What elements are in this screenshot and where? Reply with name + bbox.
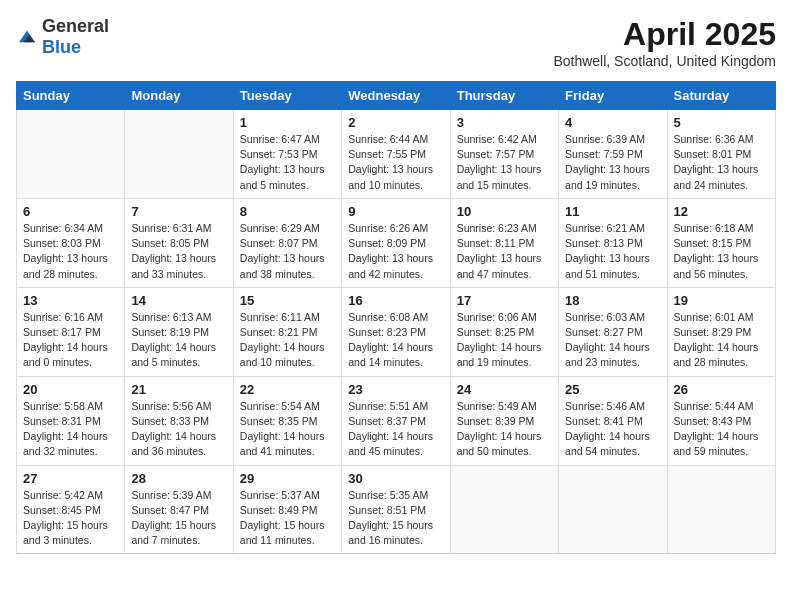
calendar-cell: 7Sunrise: 6:31 AM Sunset: 8:05 PM Daylig… <box>125 198 233 287</box>
calendar-cell: 30Sunrise: 5:35 AM Sunset: 8:51 PM Dayli… <box>342 465 450 554</box>
day-number: 13 <box>23 293 118 308</box>
calendar-cell: 15Sunrise: 6:11 AM Sunset: 8:21 PM Dayli… <box>233 287 341 376</box>
calendar-cell: 28Sunrise: 5:39 AM Sunset: 8:47 PM Dayli… <box>125 465 233 554</box>
day-number: 3 <box>457 115 552 130</box>
day-info: Sunrise: 6:13 AM Sunset: 8:19 PM Dayligh… <box>131 310 226 371</box>
calendar-cell: 13Sunrise: 6:16 AM Sunset: 8:17 PM Dayli… <box>17 287 125 376</box>
day-number: 22 <box>240 382 335 397</box>
day-info: Sunrise: 6:44 AM Sunset: 7:55 PM Dayligh… <box>348 132 443 193</box>
calendar-cell <box>667 465 775 554</box>
location: Bothwell, Scotland, United Kingdom <box>553 53 776 69</box>
day-info: Sunrise: 5:39 AM Sunset: 8:47 PM Dayligh… <box>131 488 226 549</box>
weekday-header-saturday: Saturday <box>667 82 775 110</box>
day-info: Sunrise: 6:16 AM Sunset: 8:17 PM Dayligh… <box>23 310 118 371</box>
day-number: 29 <box>240 471 335 486</box>
day-info: Sunrise: 6:18 AM Sunset: 8:15 PM Dayligh… <box>674 221 769 282</box>
day-number: 9 <box>348 204 443 219</box>
calendar-cell: 3Sunrise: 6:42 AM Sunset: 7:57 PM Daylig… <box>450 110 558 199</box>
calendar-week-row: 13Sunrise: 6:16 AM Sunset: 8:17 PM Dayli… <box>17 287 776 376</box>
day-info: Sunrise: 5:42 AM Sunset: 8:45 PM Dayligh… <box>23 488 118 549</box>
day-number: 19 <box>674 293 769 308</box>
calendar-cell: 19Sunrise: 6:01 AM Sunset: 8:29 PM Dayli… <box>667 287 775 376</box>
weekday-header-friday: Friday <box>559 82 667 110</box>
day-number: 30 <box>348 471 443 486</box>
day-number: 23 <box>348 382 443 397</box>
logo-general: General <box>42 16 109 36</box>
day-number: 10 <box>457 204 552 219</box>
weekday-header-monday: Monday <box>125 82 233 110</box>
day-number: 26 <box>674 382 769 397</box>
calendar-cell: 4Sunrise: 6:39 AM Sunset: 7:59 PM Daylig… <box>559 110 667 199</box>
calendar-cell: 11Sunrise: 6:21 AM Sunset: 8:13 PM Dayli… <box>559 198 667 287</box>
calendar-cell: 5Sunrise: 6:36 AM Sunset: 8:01 PM Daylig… <box>667 110 775 199</box>
title-block: April 2025 Bothwell, Scotland, United Ki… <box>553 16 776 69</box>
month-title: April 2025 <box>553 16 776 53</box>
weekday-header-row: SundayMondayTuesdayWednesdayThursdayFrid… <box>17 82 776 110</box>
weekday-header-tuesday: Tuesday <box>233 82 341 110</box>
day-number: 20 <box>23 382 118 397</box>
day-info: Sunrise: 6:47 AM Sunset: 7:53 PM Dayligh… <box>240 132 335 193</box>
day-info: Sunrise: 5:46 AM Sunset: 8:41 PM Dayligh… <box>565 399 660 460</box>
day-number: 4 <box>565 115 660 130</box>
day-info: Sunrise: 5:51 AM Sunset: 8:37 PM Dayligh… <box>348 399 443 460</box>
weekday-header-thursday: Thursday <box>450 82 558 110</box>
day-number: 21 <box>131 382 226 397</box>
calendar-cell: 23Sunrise: 5:51 AM Sunset: 8:37 PM Dayli… <box>342 376 450 465</box>
day-number: 5 <box>674 115 769 130</box>
calendar-cell: 17Sunrise: 6:06 AM Sunset: 8:25 PM Dayli… <box>450 287 558 376</box>
day-number: 18 <box>565 293 660 308</box>
day-info: Sunrise: 6:39 AM Sunset: 7:59 PM Dayligh… <box>565 132 660 193</box>
calendar-cell <box>559 465 667 554</box>
day-info: Sunrise: 6:08 AM Sunset: 8:23 PM Dayligh… <box>348 310 443 371</box>
calendar-cell: 20Sunrise: 5:58 AM Sunset: 8:31 PM Dayli… <box>17 376 125 465</box>
day-info: Sunrise: 6:34 AM Sunset: 8:03 PM Dayligh… <box>23 221 118 282</box>
calendar-week-row: 27Sunrise: 5:42 AM Sunset: 8:45 PM Dayli… <box>17 465 776 554</box>
day-info: Sunrise: 6:31 AM Sunset: 8:05 PM Dayligh… <box>131 221 226 282</box>
day-info: Sunrise: 5:56 AM Sunset: 8:33 PM Dayligh… <box>131 399 226 460</box>
day-number: 6 <box>23 204 118 219</box>
calendar-cell: 22Sunrise: 5:54 AM Sunset: 8:35 PM Dayli… <box>233 376 341 465</box>
calendar-cell: 12Sunrise: 6:18 AM Sunset: 8:15 PM Dayli… <box>667 198 775 287</box>
day-info: Sunrise: 6:36 AM Sunset: 8:01 PM Dayligh… <box>674 132 769 193</box>
calendar-cell: 9Sunrise: 6:26 AM Sunset: 8:09 PM Daylig… <box>342 198 450 287</box>
day-number: 11 <box>565 204 660 219</box>
page-header: General Blue April 2025 Bothwell, Scotla… <box>16 16 776 69</box>
calendar-week-row: 1Sunrise: 6:47 AM Sunset: 7:53 PM Daylig… <box>17 110 776 199</box>
day-number: 7 <box>131 204 226 219</box>
day-info: Sunrise: 6:23 AM Sunset: 8:11 PM Dayligh… <box>457 221 552 282</box>
day-info: Sunrise: 6:29 AM Sunset: 8:07 PM Dayligh… <box>240 221 335 282</box>
calendar-cell: 26Sunrise: 5:44 AM Sunset: 8:43 PM Dayli… <box>667 376 775 465</box>
logo-icon <box>16 26 38 48</box>
day-info: Sunrise: 5:44 AM Sunset: 8:43 PM Dayligh… <box>674 399 769 460</box>
calendar-cell: 27Sunrise: 5:42 AM Sunset: 8:45 PM Dayli… <box>17 465 125 554</box>
calendar-cell: 8Sunrise: 6:29 AM Sunset: 8:07 PM Daylig… <box>233 198 341 287</box>
calendar-cell <box>17 110 125 199</box>
day-info: Sunrise: 5:54 AM Sunset: 8:35 PM Dayligh… <box>240 399 335 460</box>
calendar-cell: 21Sunrise: 5:56 AM Sunset: 8:33 PM Dayli… <box>125 376 233 465</box>
day-number: 28 <box>131 471 226 486</box>
day-number: 15 <box>240 293 335 308</box>
day-number: 25 <box>565 382 660 397</box>
day-info: Sunrise: 6:03 AM Sunset: 8:27 PM Dayligh… <box>565 310 660 371</box>
day-number: 1 <box>240 115 335 130</box>
day-info: Sunrise: 6:01 AM Sunset: 8:29 PM Dayligh… <box>674 310 769 371</box>
calendar-cell: 25Sunrise: 5:46 AM Sunset: 8:41 PM Dayli… <box>559 376 667 465</box>
calendar-cell: 1Sunrise: 6:47 AM Sunset: 7:53 PM Daylig… <box>233 110 341 199</box>
day-info: Sunrise: 6:11 AM Sunset: 8:21 PM Dayligh… <box>240 310 335 371</box>
day-number: 14 <box>131 293 226 308</box>
day-info: Sunrise: 6:26 AM Sunset: 8:09 PM Dayligh… <box>348 221 443 282</box>
calendar-cell <box>450 465 558 554</box>
logo-blue: Blue <box>42 37 81 57</box>
day-info: Sunrise: 5:37 AM Sunset: 8:49 PM Dayligh… <box>240 488 335 549</box>
day-number: 16 <box>348 293 443 308</box>
day-number: 12 <box>674 204 769 219</box>
weekday-header-wednesday: Wednesday <box>342 82 450 110</box>
calendar-week-row: 6Sunrise: 6:34 AM Sunset: 8:03 PM Daylig… <box>17 198 776 287</box>
day-info: Sunrise: 6:42 AM Sunset: 7:57 PM Dayligh… <box>457 132 552 193</box>
calendar-cell: 6Sunrise: 6:34 AM Sunset: 8:03 PM Daylig… <box>17 198 125 287</box>
calendar-table: SundayMondayTuesdayWednesdayThursdayFrid… <box>16 81 776 554</box>
calendar-cell: 2Sunrise: 6:44 AM Sunset: 7:55 PM Daylig… <box>342 110 450 199</box>
day-number: 17 <box>457 293 552 308</box>
day-number: 24 <box>457 382 552 397</box>
logo: General Blue <box>16 16 109 58</box>
